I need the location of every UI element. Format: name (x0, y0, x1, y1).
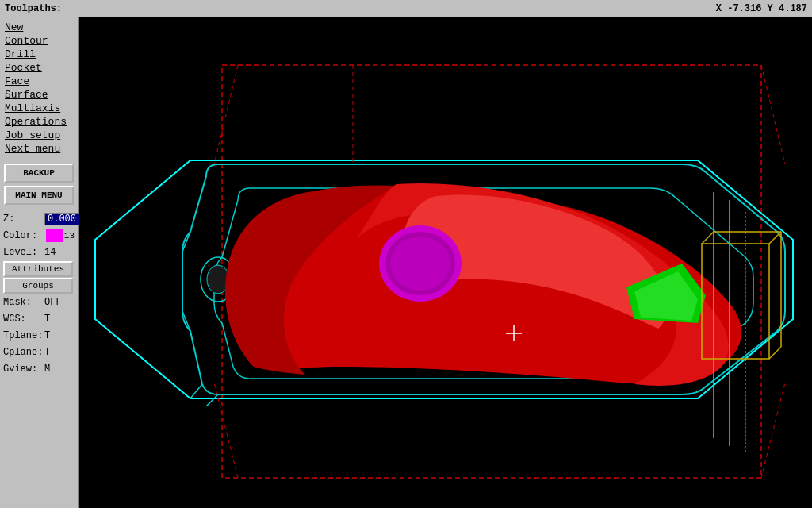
title-bar: Toolpaths: X -7.316 Y 4.187 (0, 0, 812, 17)
cplane-label: Cplane: (3, 347, 44, 358)
app: Toolpaths: X -7.316 Y 4.187 New Contour … (0, 0, 812, 508)
sidebar-item-face[interactable]: Face (3, 75, 75, 88)
level-row: Level: 14 (3, 244, 75, 260)
tplane-row: Tplane: T (3, 328, 75, 344)
sidebar-item-multiaxis[interactable]: Multiaxis (3, 102, 75, 115)
mask-value: OFF (44, 297, 62, 308)
wcs-value: T (44, 314, 50, 325)
main-menu-button[interactable]: MAIN MENU (4, 186, 74, 205)
color-row: Color: 13 (3, 228, 75, 244)
menu-items: New Contour Drill Pocket Face Surface Mu… (0, 17, 78, 159)
cplane-value: T (44, 347, 50, 358)
main-area: New Contour Drill Pocket Face Surface Mu… (0, 17, 812, 508)
wcs-row: WCS: T (3, 311, 75, 327)
groups-button[interactable]: Groups (3, 278, 73, 294)
svg-point-11 (390, 237, 450, 291)
color-swatch[interactable] (46, 229, 63, 242)
attributes-button[interactable]: Attributes (3, 261, 73, 277)
mask-label: Mask: (3, 297, 44, 308)
sidebar: New Contour Drill Pocket Face Surface Mu… (0, 17, 79, 508)
sidebar-item-surface[interactable]: Surface (3, 88, 75, 102)
gview-value: M (44, 364, 50, 375)
sidebar-buttons: BACKUP MAIN MENU (0, 159, 78, 210)
tplane-value: T (44, 330, 50, 341)
z-row: Z: (3, 211, 75, 227)
cplane-row: Cplane: T (3, 344, 75, 360)
sidebar-item-new[interactable]: New (3, 21, 75, 34)
coordinates-display: X -7.316 Y 4.187 (716, 3, 807, 14)
z-label: Z: (3, 214, 44, 225)
sidebar-info: Z: Color: 13 Level: 14 Attributes Gro (0, 210, 78, 379)
sidebar-item-job-setup[interactable]: Job setup (3, 129, 75, 142)
sidebar-item-contour[interactable]: Contour (3, 34, 75, 48)
color-value: 13 (64, 231, 75, 241)
sidebar-item-operations[interactable]: Operations (3, 115, 75, 129)
level-label: Level: (3, 247, 44, 258)
tplane-label: Tplane: (3, 330, 44, 341)
wcs-label: WCS: (3, 314, 44, 325)
sidebar-item-next-menu[interactable]: Next menu (3, 142, 75, 156)
z-input[interactable] (44, 213, 79, 225)
sidebar-item-pocket[interactable]: Pocket (3, 61, 75, 75)
mask-row: Mask: OFF (3, 294, 75, 310)
color-label: Color: (3, 230, 44, 241)
level-value: 14 (44, 247, 56, 258)
gview-row: Gview: M (3, 361, 75, 377)
scene-svg (79, 17, 812, 508)
gview-label: Gview: (3, 364, 44, 375)
backup-button[interactable]: BACKUP (4, 164, 74, 183)
sidebar-item-drill[interactable]: Drill (3, 48, 75, 61)
title-label: Toolpaths: (5, 3, 62, 14)
viewport-3d[interactable] (79, 17, 812, 508)
